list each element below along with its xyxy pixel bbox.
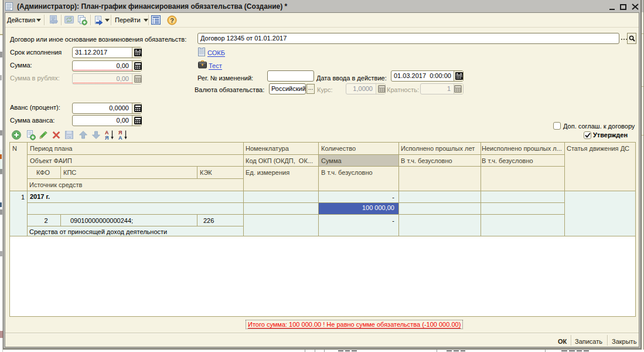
svg-text:Я: Я <box>105 135 108 140</box>
svg-text:?: ? <box>170 17 174 24</box>
svg-text:ОК: ОК <box>67 136 71 139</box>
svg-text:А: А <box>118 135 122 140</box>
